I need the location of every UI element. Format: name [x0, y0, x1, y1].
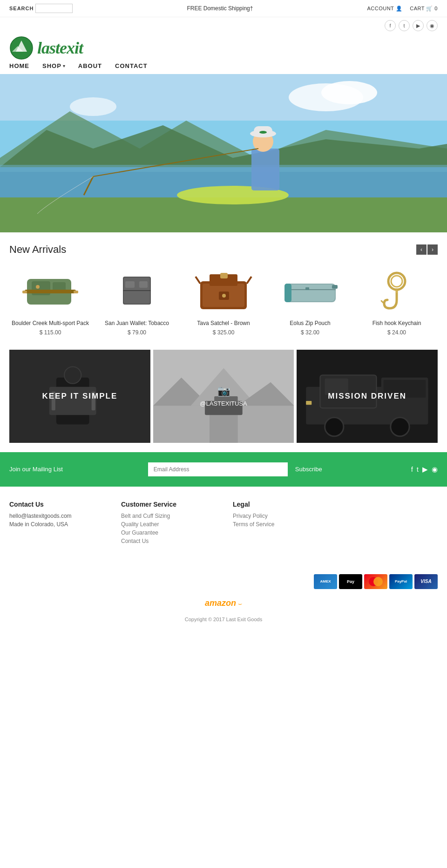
- svg-rect-31: [125, 281, 135, 288]
- product-boulder-price: $ 115.00: [9, 329, 91, 336]
- product-pouch[interactable]: Eolus Zip Pouch $ 32.00: [269, 265, 351, 336]
- twitter-icon[interactable]: t: [399, 20, 410, 31]
- promo-mission-driven[interactable]: MISSION DRIVEN: [297, 350, 438, 443]
- nav-contact[interactable]: CONTACT: [115, 62, 148, 69]
- mailing-instagram-icon[interactable]: ◉: [432, 465, 438, 474]
- section-header: New Arrivals ‹ ›: [9, 244, 438, 256]
- product-wallet-price: $ 79.00: [96, 329, 178, 336]
- search-box[interactable]: SEARCH: [9, 4, 73, 13]
- product-satchel-img: [183, 265, 264, 316]
- logo-icon: [9, 36, 34, 60]
- product-satchel-price: $ 325.00: [183, 329, 264, 336]
- logo-text: lastexit: [37, 38, 83, 58]
- cs-belt-sizing[interactable]: Belt and Cuff Sizing: [121, 513, 214, 519]
- legal-privacy[interactable]: Privacy Policy: [233, 513, 326, 519]
- legal-terms[interactable]: Terms of Service: [233, 521, 326, 528]
- footer-legal: Legal Privacy Policy Terms of Service: [233, 501, 326, 546]
- promo-banners: KEEP IT SIMPLE 📷 @LASTEXITUSA: [0, 340, 447, 452]
- social-icons-row: f t ▶ ◉: [0, 17, 447, 31]
- svg-point-6: [321, 81, 377, 104]
- product-hook-img: [356, 265, 438, 316]
- mailing-twitter-icon[interactable]: t: [417, 465, 419, 473]
- footer-spacer: [345, 501, 438, 546]
- cs-contact[interactable]: Contact Us: [121, 538, 214, 544]
- svg-point-38: [222, 294, 226, 298]
- eolus-zip-pouch-image: [280, 267, 340, 314]
- amazon-logo[interactable]: amazon ⌣: [205, 598, 242, 608]
- shop-chevron-icon: ▾: [63, 63, 65, 68]
- svg-rect-45: [332, 285, 338, 289]
- svg-point-18: [259, 131, 267, 134]
- svg-rect-32: [139, 281, 148, 288]
- product-satchel-name: Tava Satchel - Brown: [183, 320, 264, 327]
- new-arrivals-section: New Arrivals ‹ › Boulder Creek Mult: [0, 232, 447, 340]
- product-wallet-img: [96, 265, 178, 316]
- instagram-content: 📷 @LASTEXITUSA: [153, 350, 294, 443]
- instagram-icon[interactable]: ◉: [427, 20, 438, 31]
- customer-service-title: Customer Service: [121, 501, 214, 508]
- product-pouch-price: $ 32.00: [269, 329, 351, 336]
- footer-columns: Contact Us hello@lastexitgoods.com Made …: [9, 501, 438, 546]
- product-satchel[interactable]: Tava Satchel - Brown $ 325.00: [183, 265, 264, 336]
- top-bar: SEARCH FREE Domestic Shipping† ACCOUNT 👤…: [0, 0, 447, 17]
- product-wallet[interactable]: San Juan Wallet: Tobacco $ 79.00: [96, 265, 178, 336]
- carousel-nav[interactable]: ‹ ›: [416, 244, 438, 255]
- nav-shop[interactable]: SHOP ▾: [42, 62, 65, 69]
- nav-about[interactable]: ABOUT: [78, 62, 102, 69]
- search-label: SEARCH: [9, 6, 34, 11]
- mission-driven-text: MISSION DRIVEN: [297, 350, 438, 443]
- account-link[interactable]: ACCOUNT 👤: [367, 6, 402, 12]
- svg-point-48: [391, 276, 402, 287]
- svg-line-39: [196, 277, 200, 284]
- mastercard-icon: [364, 574, 387, 589]
- svg-rect-26: [74, 291, 78, 293]
- product-hook-price: $ 24.00: [356, 329, 438, 336]
- subscribe-button[interactable]: Subscribe: [291, 462, 326, 476]
- svg-rect-46: [284, 284, 291, 302]
- svg-rect-44: [305, 287, 309, 290]
- mailing-social-icons: f t ▶ ◉: [411, 465, 438, 474]
- promo-keep-simple[interactable]: KEEP IT SIMPLE: [9, 350, 150, 443]
- contact-title: Contact Us: [9, 501, 102, 508]
- svg-rect-36: [220, 273, 228, 278]
- promo-instagram[interactable]: 📷 @LASTEXITUSA: [153, 350, 294, 443]
- cart-link[interactable]: CART 🛒 0: [410, 6, 438, 12]
- instagram-camera-icon: 📷: [217, 385, 230, 397]
- new-arrivals-title: New Arrivals: [9, 244, 66, 256]
- san-juan-wallet-image: [116, 267, 158, 314]
- svg-point-27: [36, 285, 40, 289]
- nav-home[interactable]: HOME: [9, 62, 29, 69]
- paypal-icon: PayPal: [389, 574, 413, 589]
- payment-icons: AMEX Pay PayPal VISA: [314, 574, 438, 589]
- youtube-icon[interactable]: ▶: [413, 20, 424, 31]
- footer-customer-service: Customer Service Belt and Cuff Sizing Qu…: [121, 501, 214, 546]
- facebook-icon[interactable]: f: [385, 20, 396, 31]
- logo[interactable]: lastexit: [9, 36, 83, 60]
- apple-pay-icon: Pay: [339, 574, 362, 589]
- mailing-facebook-icon[interactable]: f: [411, 465, 413, 473]
- next-arrow[interactable]: ›: [427, 244, 438, 255]
- product-boulder-img: [9, 265, 91, 316]
- cs-quality-leather[interactable]: Quality Leather: [121, 521, 214, 528]
- svg-rect-11: [0, 165, 447, 172]
- boulder-creek-image: [20, 267, 81, 314]
- main-nav: HOME SHOP ▾ ABOUT CONTACT: [0, 62, 447, 74]
- svg-rect-14: [251, 149, 279, 190]
- prev-arrow[interactable]: ‹: [416, 244, 427, 255]
- email-input[interactable]: [148, 462, 288, 476]
- product-hook[interactable]: Fish hook Keychain $ 24.00: [356, 265, 438, 336]
- visa-icon: VISA: [414, 574, 438, 589]
- mailing-youtube-icon[interactable]: ▶: [422, 465, 428, 474]
- product-boulder[interactable]: Boulder Creek Multi-sport Pack $ 115.00: [9, 265, 91, 336]
- fish-hook-keychain-image: [366, 267, 427, 314]
- keep-simple-text: KEEP IT SIMPLE: [9, 350, 150, 443]
- header: lastexit: [0, 31, 447, 62]
- cs-guarantee[interactable]: Our Guarantee: [121, 529, 214, 536]
- product-boulder-name: Boulder Creek Multi-sport Pack: [9, 320, 91, 327]
- search-input[interactable]: [35, 4, 73, 13]
- product-pouch-img: [269, 265, 351, 316]
- product-wallet-name: San Juan Wallet: Tobacco: [96, 320, 178, 327]
- svg-rect-25: [22, 291, 27, 293]
- amex-icon: AMEX: [314, 574, 337, 589]
- product-pouch-name: Eolus Zip Pouch: [269, 320, 351, 327]
